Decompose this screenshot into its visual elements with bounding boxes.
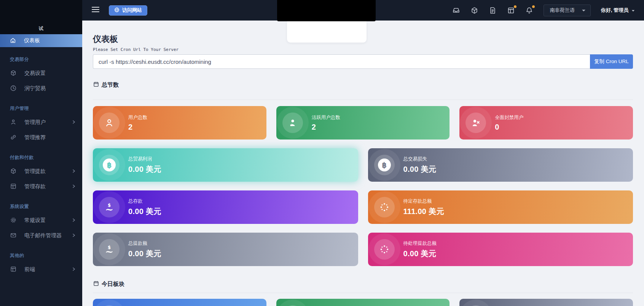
- inbox-icon[interactable]: [452, 6, 460, 14]
- sidebar-item-manage-withdrawals[interactable]: 管理提款: [0, 164, 82, 179]
- chevron-right-icon: [72, 168, 76, 174]
- sidebar-item-label: 管理用户: [24, 119, 64, 126]
- visit-site-label: 访问网站: [122, 7, 142, 14]
- section-title: 今日板块: [102, 281, 124, 288]
- stat-label: 全面封禁用户: [495, 114, 523, 121]
- stat-label: 总提款额: [128, 240, 161, 247]
- visit-site-button[interactable]: 访问网站: [109, 5, 147, 16]
- user-outline-icon: [99, 113, 120, 133]
- stat-label: 活跃用户总数: [312, 114, 340, 121]
- copy-cron-url-button[interactable]: 复制 Cron URL: [590, 54, 633, 69]
- svg-text:$: $: [108, 203, 111, 208]
- sidebar-item-manage-referrals[interactable]: 管理推荐: [0, 130, 82, 145]
- stat-card-trade-profit: ฿ 总贸易利润 0.00 美元: [93, 148, 358, 182]
- sidebar-item-trade-settings[interactable]: 交易设置: [0, 66, 82, 81]
- section-title: 总节数: [102, 81, 119, 89]
- cube-icon: [10, 168, 17, 176]
- greeting-label: 你好, 管理员: [601, 7, 628, 14]
- stat-label: 总存款: [128, 198, 161, 205]
- sidebar-section-system: 系统设置: [0, 203, 82, 209]
- stat-card-pending-withdrawals: 待处理提款总额 0.00 美元: [368, 233, 633, 266]
- stat-value: 0.00 美元: [128, 206, 161, 217]
- frontend-sections-icon[interactable]: [507, 6, 515, 14]
- stat-card-total-withdrawals: $ 总提款额 0.00 美元: [93, 233, 358, 266]
- stat-label: 待处理提款总额: [403, 240, 437, 247]
- gear-icon: [10, 217, 17, 225]
- sidebar-item-label: 电子邮件管理器: [24, 232, 64, 239]
- sidebar-item-label: 管理存款: [24, 183, 64, 190]
- spinner-icon: [374, 239, 395, 260]
- stat-card-total-deposits: $ 总存款 0.00 美元: [93, 190, 358, 224]
- sidebar-item-label: 管理推荐: [24, 134, 76, 141]
- hand-dollar-icon: $: [99, 239, 120, 260]
- user-icon: [10, 119, 17, 127]
- mail-icon: [10, 232, 17, 240]
- sidebar-item-email-manager[interactable]: 电子邮件管理器: [0, 228, 82, 243]
- layout-icon: [10, 266, 17, 274]
- stat-value: 0.00 美元: [128, 164, 161, 174]
- bitcoin-icon: ฿: [374, 155, 395, 175]
- logo-card: [287, 21, 367, 43]
- sidebar-section-trading: 交易部分: [0, 56, 82, 62]
- hamburger-menu-icon[interactable]: [91, 6, 100, 14]
- chevron-down-icon: [631, 8, 635, 13]
- notification-dot: [514, 5, 516, 8]
- package-icon[interactable]: [470, 6, 478, 14]
- sidebar-item-general-settings[interactable]: 常规设置: [0, 213, 82, 228]
- cron-url-group: 复制 Cron URL: [93, 54, 633, 69]
- globe-icon: [114, 7, 120, 14]
- chevron-right-icon: [72, 184, 76, 190]
- hand-dollar-icon: $: [99, 197, 120, 217]
- cron-url-input[interactable]: [93, 54, 590, 69]
- sidebar-item-trading[interactable]: 润宁贸易: [0, 81, 82, 96]
- stat-value: 0: [495, 123, 523, 132]
- stat-label: 总贸易利润: [128, 156, 161, 162]
- chevron-down-icon: [582, 8, 586, 13]
- chevron-right-icon: [72, 266, 76, 273]
- svg-text:$: $: [108, 245, 111, 250]
- stat-value: 0.00 美元: [403, 249, 437, 259]
- chevron-right-icon: [72, 217, 76, 224]
- sidebar-item-dashboard[interactable]: 仪表板: [0, 34, 82, 47]
- cron-hint-label: Please Set Cron Url To Your Server: [93, 47, 633, 52]
- section-header-today: 今日板块: [93, 281, 633, 287]
- sidebar-section-other: 其他的: [0, 252, 82, 258]
- sidebar-item-frontend[interactable]: 前端: [0, 262, 82, 277]
- sidebar-item-manage-deposits[interactable]: 管理存款: [0, 179, 82, 194]
- sidebar-item-label: 管理提款: [24, 168, 64, 175]
- language-selected-label: 南非荷兰语: [550, 7, 575, 14]
- stat-label: 总交易损失: [403, 156, 437, 162]
- sidebar-item-label: 常规设置: [24, 217, 64, 224]
- bell-icon[interactable]: [525, 6, 533, 14]
- language-selector[interactable]: 南非荷兰语: [544, 5, 591, 16]
- calendar-icon: [93, 280, 99, 288]
- link-icon: [10, 134, 17, 142]
- stats-row-2: ฿ 总贸易利润 0.00 美元 ฿ 总交易损失 0.00 美元: [93, 148, 633, 182]
- stat-label: 待定存款总额: [403, 198, 444, 205]
- redacted-logo: [277, 0, 376, 21]
- today-stats-row: [93, 299, 633, 306]
- sidebar-item-manage-users[interactable]: 管理用户: [0, 115, 82, 130]
- stats-row-1: 用户总数 2 活跃用户总数 2 全面封禁用户 0: [93, 106, 633, 140]
- chevron-right-icon: [72, 233, 76, 239]
- clock-icon: [10, 85, 17, 93]
- cube-icon: [10, 70, 17, 78]
- document-icon[interactable]: [489, 6, 497, 14]
- logo-subtitle: 试: [0, 25, 82, 32]
- stat-value: 0.00 美元: [403, 164, 437, 174]
- stat-card-total-users: 用户总数 2: [93, 106, 266, 140]
- stats-row-4: $ 总提款额 0.00 美元 待处理提款总额 0.00 美元: [93, 233, 633, 266]
- notification-dot: [532, 5, 535, 8]
- stat-value: 111.00 美元: [403, 206, 444, 217]
- home-icon: [10, 37, 16, 45]
- divider: [93, 293, 633, 293]
- sidebar-item-label: 润宁贸易: [24, 85, 76, 92]
- divider: [93, 100, 633, 100]
- stat-card-active-users: 活跃用户总数 2: [276, 106, 450, 140]
- stats-row-3: $ 总存款 0.00 美元 待定存款总额 111.00 美元: [93, 190, 633, 224]
- user-menu[interactable]: 你好, 管理员: [601, 7, 635, 14]
- today-card-2: [276, 299, 450, 306]
- calendar-icon: [93, 81, 99, 89]
- stat-card-trade-loss: ฿ 总交易损失 0.00 美元: [368, 148, 633, 182]
- stat-label: 用户总数: [128, 114, 147, 121]
